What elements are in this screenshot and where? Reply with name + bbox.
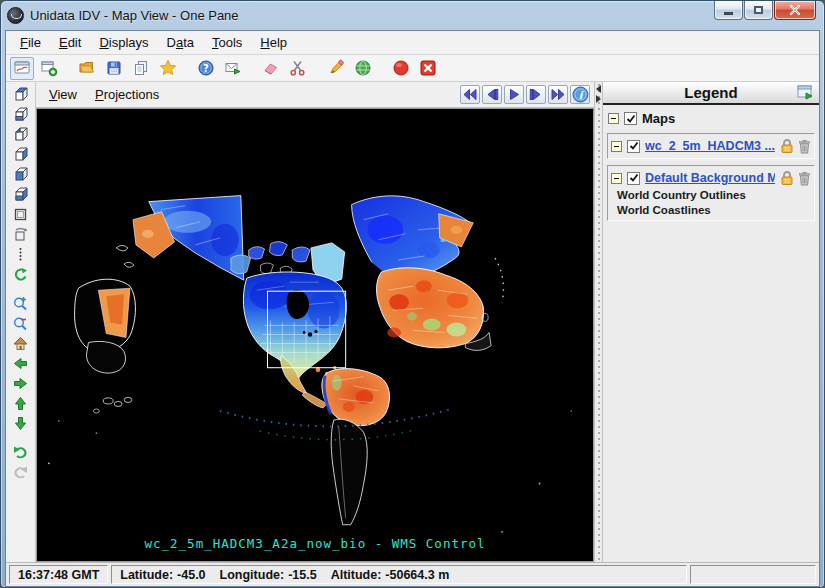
view-right-button[interactable] xyxy=(10,145,32,164)
view-top-button[interactable] xyxy=(10,85,32,104)
status-bar: 16:37:48 GMT Latitude:-45.0 Longitude:-1… xyxy=(6,562,819,586)
collapse-item-icon[interactable] xyxy=(611,141,622,152)
play-button[interactable] xyxy=(504,85,524,104)
more-options-button[interactable] xyxy=(10,245,32,264)
auto-rotate-button[interactable] xyxy=(10,265,32,284)
cube-right-icon xyxy=(12,146,29,163)
exit-button[interactable] xyxy=(416,57,440,80)
box-outline-icon xyxy=(12,206,29,223)
zoom-in-button[interactable] xyxy=(10,294,32,313)
sublayer-country-outlines: World Country Outlines xyxy=(611,186,811,201)
favorites-button[interactable] xyxy=(156,57,180,80)
new-window-button[interactable] xyxy=(37,57,61,80)
open-button[interactable] xyxy=(75,57,99,80)
menu-file[interactable]: File xyxy=(12,32,49,53)
pan-left-button[interactable] xyxy=(10,354,32,373)
menu-projections[interactable]: Projections xyxy=(88,84,166,105)
redo-view-button[interactable] xyxy=(10,463,32,482)
undo-icon xyxy=(12,444,29,461)
send-support-button[interactable] xyxy=(221,57,245,80)
zoom-out-button[interactable] xyxy=(10,314,32,333)
title-bar[interactable]: Unidata IDV - Map View - One Pane xyxy=(1,1,824,30)
view-perspective-button[interactable] xyxy=(10,185,32,204)
fast-forward-icon xyxy=(551,88,565,101)
cut-displays-data-button[interactable] xyxy=(286,57,310,80)
trash-icon[interactable] xyxy=(798,171,811,186)
item-visibility-checkbox[interactable] xyxy=(627,172,640,185)
lock-icon[interactable] xyxy=(780,170,794,186)
menu-edit[interactable]: Edit xyxy=(51,32,89,53)
menu-displays[interactable]: Displays xyxy=(91,32,156,53)
close-button[interactable] xyxy=(774,1,816,20)
clock-readout: 16:37:48 GMT xyxy=(9,565,108,584)
app-window: Unidata IDV - Map View - One Pane File E… xyxy=(0,0,825,588)
float-legend-button[interactable] xyxy=(797,85,814,104)
animation-properties-button[interactable]: i xyxy=(570,85,590,104)
collapse-right-icon[interactable] xyxy=(596,95,601,103)
dashboard-icon xyxy=(13,59,31,77)
help-button[interactable]: ? xyxy=(194,57,218,80)
rotate-view-button[interactable] xyxy=(10,225,32,244)
erase-displays-button[interactable] xyxy=(259,57,283,80)
undo-view-button[interactable] xyxy=(10,443,32,462)
animation-controls: i xyxy=(460,85,590,104)
eraser-icon xyxy=(262,59,280,77)
pan-up-button[interactable] xyxy=(10,394,32,413)
globe-button[interactable] xyxy=(351,57,375,80)
copy-button[interactable] xyxy=(129,57,153,80)
menu-data[interactable]: Data xyxy=(159,32,202,53)
reset-box-button[interactable] xyxy=(10,205,32,224)
check-icon xyxy=(629,141,639,151)
redo-icon xyxy=(12,464,29,481)
trash-icon[interactable] xyxy=(798,139,811,154)
go-to-start-button[interactable] xyxy=(460,85,480,104)
arrow-down-icon xyxy=(12,415,29,432)
rotate-icon xyxy=(12,226,29,243)
edit-button[interactable] xyxy=(324,57,348,80)
menu-help[interactable]: Help xyxy=(252,32,295,53)
sublayer-coastlines: World Coastlines xyxy=(611,201,811,216)
envelope-arrow-icon xyxy=(224,59,242,77)
collapse-left-icon[interactable] xyxy=(596,85,601,93)
collapse-maps-icon[interactable] xyxy=(608,113,619,124)
step-forward-button[interactable] xyxy=(526,85,546,104)
minimize-button[interactable] xyxy=(714,1,743,20)
collapse-item-icon[interactable] xyxy=(611,173,622,184)
home-view-button[interactable] xyxy=(10,334,32,353)
display-link[interactable]: Default Background M... xyxy=(645,171,775,185)
legend-header: Legend xyxy=(603,82,819,105)
display-link[interactable]: wc_2_5m_HADCM3 ... xyxy=(645,139,775,153)
view-bottom-button[interactable] xyxy=(10,105,32,124)
view-left-button[interactable] xyxy=(10,125,32,144)
step-back-button[interactable] xyxy=(482,85,502,104)
menu-tools[interactable]: Tools xyxy=(204,32,250,53)
lock-icon[interactable] xyxy=(780,138,794,154)
legend-item-background-maps: Default Background M... xyxy=(607,165,815,221)
star-icon xyxy=(159,59,177,77)
item-visibility-checkbox[interactable] xyxy=(627,140,640,153)
cube-top-icon xyxy=(12,86,29,103)
show-dashboard-button[interactable] xyxy=(10,57,34,80)
stop-icon xyxy=(392,59,410,77)
maps-checkbox[interactable] xyxy=(624,112,637,125)
pan-right-button[interactable] xyxy=(10,374,32,393)
map-display[interactable]: wc_2_5m_HADCM3_A2a_now_bio - WMS Control xyxy=(36,108,594,562)
menu-view[interactable]: View xyxy=(42,84,84,105)
view-front-button[interactable] xyxy=(10,165,32,184)
legend-title: Legend xyxy=(684,84,737,101)
info-icon: i xyxy=(572,86,589,103)
copy-icon xyxy=(132,59,150,77)
step-back-icon xyxy=(485,88,499,101)
panel-splitter[interactable] xyxy=(594,82,603,562)
maximize-button[interactable] xyxy=(744,1,773,20)
cube-front-icon xyxy=(12,166,29,183)
stop-loads-button[interactable] xyxy=(389,57,413,80)
save-button[interactable] xyxy=(102,57,126,80)
pan-down-button[interactable] xyxy=(10,414,32,433)
cursor-position-readout: Latitude:-45.0 Longitude:-15.5 Altitude:… xyxy=(111,565,687,584)
minimize-icon xyxy=(724,12,733,15)
go-to-end-button[interactable] xyxy=(548,85,568,104)
check-icon xyxy=(626,114,636,124)
play-icon xyxy=(507,88,521,101)
open-folder-icon xyxy=(78,59,96,77)
